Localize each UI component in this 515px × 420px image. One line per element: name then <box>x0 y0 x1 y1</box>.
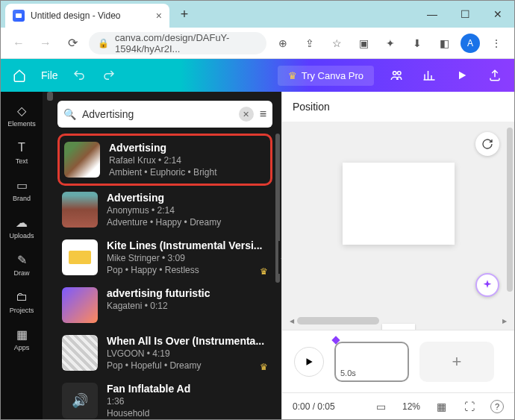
audio-subtitle: Anonymus • 2:14 <box>107 205 268 216</box>
extension-icon[interactable]: ▣ <box>353 33 374 54</box>
audio-tags: Pop • Hopeful • Dreamy <box>107 360 268 371</box>
puzzle-icon[interactable]: ✦ <box>380 33 401 54</box>
audio-result-item[interactable]: Advertising Anonymus • 2:14 Adventure • … <box>57 186 272 233</box>
timeline-clip[interactable]: 5.0s <box>334 342 409 382</box>
audio-title: Advertising <box>107 192 268 204</box>
audio-title: Fan Inflatable Ad <box>107 383 268 395</box>
lock-icon: 🔒 <box>98 38 109 48</box>
present-play-icon[interactable] <box>452 65 472 86</box>
bookmark-icon[interactable]: ☆ <box>326 33 347 54</box>
audio-title: Advertising <box>109 142 266 154</box>
rail-projects[interactable]: 🗀Projects <box>4 284 40 319</box>
text-icon: T <box>13 140 30 156</box>
close-tab-icon[interactable]: × <box>156 10 162 22</box>
window-maximize-button[interactable]: ☐ <box>449 1 481 28</box>
canva-favicon <box>13 10 25 22</box>
magic-button[interactable] <box>475 273 499 297</box>
reset-view-button[interactable] <box>475 132 499 156</box>
rail-elements[interactable]: ◇Elements <box>4 98 40 132</box>
url-text: canva.com/design/DAFuY-1594k/hyAr2I... <box>115 32 258 54</box>
help-icon[interactable]: ? <box>490 400 504 413</box>
zoom-level[interactable]: 12% <box>402 401 420 412</box>
new-tab-button[interactable]: + <box>174 4 195 25</box>
undo-button[interactable] <box>70 66 88 84</box>
tab-title: Untitled design - Video <box>31 10 150 21</box>
canvas-area: Position ⌄ 5.0s <box>281 92 514 419</box>
canvas-vscroll[interactable] <box>507 128 513 307</box>
browser-tab[interactable]: Untitled design - Video × <box>5 4 169 28</box>
audio-panel: 🔍 ✕ ≡ Advertising Rafael Krux • 2:14 Amb… <box>43 92 281 419</box>
pencil-icon: ✎ <box>13 251 30 268</box>
url-field[interactable]: 🔒 canva.com/design/DAFuY-1594k/hyAr2I... <box>89 32 266 54</box>
back-button[interactable]: ← <box>8 33 29 54</box>
notes-icon[interactable]: ▭ <box>374 401 389 413</box>
zoom-icon[interactable]: ⊕ <box>272 33 293 54</box>
audio-thumbnail <box>62 239 98 275</box>
analytics-icon[interactable] <box>419 65 440 86</box>
audio-result-item[interactable]: 🔊 Fan Inflatable Ad 1:36 Household <box>57 377 272 419</box>
audio-result-item[interactable]: When All Is Over (Instrumenta... LVGOON … <box>57 329 272 377</box>
audio-tags: Ambient • Euphoric • Bright <box>109 167 266 178</box>
window-minimize-button[interactable]: — <box>416 1 449 28</box>
audio-thumbnail <box>62 287 98 323</box>
redo-button[interactable] <box>100 66 118 84</box>
audio-title: Kite Lines (Instrumental Versi... <box>107 239 268 251</box>
audio-title: advertising futuristic <box>107 287 268 299</box>
position-label[interactable]: Position <box>282 92 514 122</box>
audio-thumbnail <box>62 192 98 228</box>
search-input[interactable] <box>82 108 233 120</box>
rail-brand[interactable]: ▭Brand <box>4 172 40 207</box>
cloud-upload-icon: ☁ <box>13 214 30 231</box>
team-icon[interactable] <box>386 65 407 86</box>
panel-scroll-top[interactable] <box>47 92 53 101</box>
search-bar: 🔍 ✕ ≡ <box>57 101 272 128</box>
reload-button[interactable]: ⟳ <box>62 33 83 54</box>
clear-search-icon[interactable]: ✕ <box>239 107 254 122</box>
share-icon[interactable]: ⇪ <box>299 33 320 54</box>
panel-icon[interactable]: ◧ <box>434 33 455 54</box>
search-icon: 🔍 <box>63 108 76 120</box>
forward-button[interactable]: → <box>35 33 56 54</box>
audio-thumbnail: 🔊 <box>62 383 98 419</box>
add-clip-button[interactable]: + <box>419 342 494 382</box>
audio-subtitle: Kagateni • 0:12 <box>107 301 268 311</box>
timeline-play-button[interactable] <box>294 347 324 377</box>
grid-view-icon[interactable]: ▦ <box>434 401 449 413</box>
file-menu[interactable]: File <box>41 69 58 81</box>
audio-tags: Household <box>107 408 268 419</box>
audio-result-item[interactable]: advertising futuristic Kagateni • 0:12 <box>57 281 272 329</box>
canvas-stage[interactable]: ⌄ <box>282 122 514 330</box>
svg-point-1 <box>398 72 402 75</box>
audio-result-item[interactable]: Kite Lines (Instrumental Versi... Mike S… <box>57 233 272 281</box>
audio-subtitle: Rafael Krux • 2:14 <box>109 155 266 166</box>
rail-uploads[interactable]: ☁Uploads <box>4 210 40 244</box>
download-icon[interactable]: ⬇ <box>407 33 428 54</box>
canva-toolbar: File ♛ Try Canva Pro <box>1 59 514 92</box>
filters-icon[interactable]: ≡ <box>260 107 266 121</box>
browser-menu-icon[interactable]: ⋮ <box>486 33 507 54</box>
audio-subtitle: LVGOON • 4:19 <box>107 348 268 359</box>
fullscreen-icon[interactable]: ⛶ <box>462 401 477 413</box>
window-close-button[interactable]: ✕ <box>481 1 514 28</box>
pro-crown-icon: ♛ <box>260 266 268 277</box>
audio-title: When All Is Over (Instrumenta... <box>107 335 268 347</box>
audio-subtitle: 1:36 <box>107 396 268 407</box>
home-icon[interactable] <box>10 66 29 85</box>
results-list: Advertising Rafael Krux • 2:14 Ambient •… <box>43 134 281 419</box>
left-rail: ◇Elements TText ▭Brand ☁Uploads ✎Draw 🗀P… <box>1 92 43 419</box>
audio-tags: Pop • Happy • Restless <box>107 265 268 275</box>
hscroll-thumb[interactable] <box>297 317 379 325</box>
canvas-page[interactable] <box>343 163 455 245</box>
rail-text[interactable]: TText <box>4 135 40 169</box>
brand-icon: ▭ <box>13 177 30 193</box>
share-upload-icon[interactable] <box>484 65 505 86</box>
time-display: 0:00 / 0:05 <box>293 401 335 412</box>
rail-draw[interactable]: ✎Draw <box>4 247 40 281</box>
timeline-collapse-handle[interactable]: ⌄ <box>382 324 415 330</box>
window-titlebar: Untitled design - Video × + — ☐ ✕ <box>1 1 514 28</box>
rail-apps[interactable]: ▦Apps <box>4 322 40 356</box>
playhead-icon[interactable] <box>331 336 340 344</box>
audio-result-item[interactable]: Advertising Rafael Krux • 2:14 Ambient •… <box>57 134 272 186</box>
profile-avatar[interactable]: A <box>461 34 480 53</box>
try-canva-pro-button[interactable]: ♛ Try Canva Pro <box>278 66 374 86</box>
